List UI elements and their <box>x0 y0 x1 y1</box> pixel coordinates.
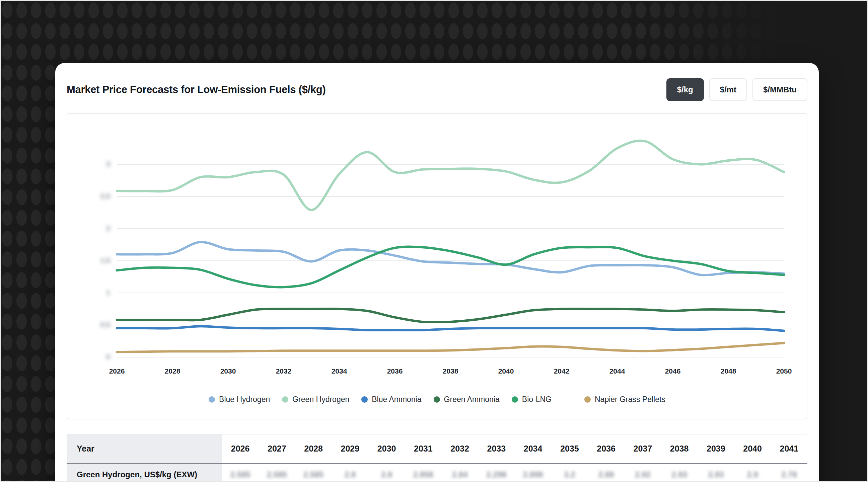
table-row-label: Green Hydrogen, US$/kg (EXW) <box>67 464 222 482</box>
table-header-year-2035: 2035 <box>551 435 588 464</box>
chart-legend: Blue HydrogenGreen HydrogenBlue AmmoniaG… <box>67 395 807 404</box>
table-header-year-2032: 2032 <box>442 435 478 464</box>
legend-color-dot <box>584 396 591 403</box>
y-axis-tick-label: 0.5 <box>87 321 110 329</box>
price-table: Year 20262027202820292030203120322033203… <box>67 434 807 482</box>
x-axis-tick-label: 2046 <box>665 367 681 375</box>
legend-color-dot <box>434 396 440 403</box>
x-axis-tick-label: 2028 <box>165 367 181 375</box>
x-axis-tick-label: 2042 <box>554 367 569 375</box>
unit-toggle-kg[interactable]: $/kg <box>666 78 704 101</box>
series-line-green-hydrogen <box>117 141 784 210</box>
x-axis-tick-label: 2026 <box>109 367 125 375</box>
table-cell-value: 2.93 <box>661 464 698 482</box>
table-cell-value: 2.9 <box>734 464 771 482</box>
legend-label: Green Ammonia <box>444 395 500 404</box>
legend-item-bio-lng[interactable]: Bio-LNG <box>512 395 552 404</box>
table-header-year-2041: 2041 <box>771 435 807 464</box>
y-axis-tick-label: 2.5 <box>87 192 110 200</box>
price-forecast-chart: 2026202820302032203420362038204020422044… <box>67 113 807 419</box>
legend-label: Napier Grass Pellets <box>595 395 665 404</box>
legend-color-dot <box>209 396 215 403</box>
series-line-napier-grass-pellets <box>117 343 784 352</box>
x-axis-tick-label: 2032 <box>276 367 292 375</box>
table-cell-value: 2.585 <box>258 464 295 482</box>
table-header-year-2036: 2036 <box>588 435 624 464</box>
table-cell-value: 2.92 <box>624 464 661 482</box>
page-title: Market Price Forecasts for Low-Emission … <box>67 84 326 96</box>
y-axis-tick-label: 1.5 <box>87 256 110 264</box>
series-line-blue-hydrogen <box>117 242 784 275</box>
x-axis-tick-label: 2048 <box>721 367 736 375</box>
x-axis-tick-label: 2044 <box>610 367 625 375</box>
y-axis-tick-label: 1 <box>87 289 110 296</box>
table-header-year-2038: 2038 <box>661 435 698 464</box>
legend-item-green-hydrogen[interactable]: Green Hydrogen <box>282 395 349 404</box>
x-axis-tick-label: 2034 <box>332 367 347 375</box>
legend-color-dot <box>361 396 368 403</box>
legend-color-dot <box>282 396 288 403</box>
table-header-year-2030: 2030 <box>368 435 405 464</box>
table-cell-value: 3.2 <box>551 464 588 482</box>
series-line-green-ammonia <box>117 309 784 322</box>
y-axis-tick-label: 0 <box>87 353 110 361</box>
table-cell-value: 2.84 <box>442 464 478 482</box>
table-cell-value: 2.585 <box>222 464 258 482</box>
table-header-year: Year <box>67 435 222 464</box>
x-axis-tick-label: 2036 <box>387 367 403 375</box>
table-cell-value: 2.8 <box>332 464 368 482</box>
table-cell-value: 2.78 <box>771 464 807 482</box>
table-header-year-2039: 2039 <box>698 435 734 464</box>
table-cell-value: 2.898 <box>515 464 551 482</box>
y-axis-tick-label: 3 <box>87 160 110 168</box>
legend-color-dot <box>512 396 518 403</box>
legend-item-blue-ammonia[interactable]: Blue Ammonia <box>361 395 421 404</box>
x-axis-tick-label: 2050 <box>776 367 792 375</box>
x-axis-tick-label: 2038 <box>443 367 459 375</box>
legend-label: Blue Ammonia <box>372 395 421 404</box>
table-header-year-2026: 2026 <box>222 435 258 464</box>
x-axis-tick-label: 2030 <box>220 367 236 375</box>
legend-label: Blue Hydrogen <box>219 395 270 404</box>
legend-item-green-ammonia[interactable]: Green Ammonia <box>434 395 500 404</box>
table-header-year-2034: 2034 <box>515 435 551 464</box>
legend-label: Bio-LNG <box>522 395 552 404</box>
table-header-year-2037: 2037 <box>624 435 661 464</box>
table-header-year-2033: 2033 <box>478 435 515 464</box>
legend-item-blue-hydrogen[interactable]: Blue Hydrogen <box>209 395 270 404</box>
table-cell-value: 2.93 <box>698 464 734 482</box>
table-header-year-2031: 2031 <box>405 435 441 464</box>
series-line-bio-lng <box>117 247 784 287</box>
table-cell-value: 2.585 <box>296 464 332 482</box>
table-cell-value: 2.858 <box>405 464 441 482</box>
table-header-year-2027: 2027 <box>258 435 295 464</box>
y-axis-tick-label: 2 <box>87 224 110 232</box>
unit-toggle-mt[interactable]: $/mt <box>709 78 747 101</box>
table-header-year-2040: 2040 <box>734 435 771 464</box>
series-line-blue-ammonia <box>117 326 784 331</box>
chart-svg: 2026202820302032203420362038204020422044… <box>67 114 808 382</box>
table-cell-value: 2.88 <box>588 464 624 482</box>
table-cell-value: 2.8 <box>368 464 405 482</box>
forecast-card: Market Price Forecasts for Low-Emission … <box>55 63 819 482</box>
unit-toggle-mmbtu[interactable]: $/MMBtu <box>752 78 807 101</box>
table-header-year-2028: 2028 <box>296 435 332 464</box>
legend-label: Green Hydrogen <box>292 395 349 404</box>
table-header-year-2029: 2029 <box>332 435 368 464</box>
card-header: Market Price Forecasts for Low-Emission … <box>67 78 807 102</box>
unit-toggle-group: $/kg $/mt $/MMBtu <box>666 78 807 101</box>
table-cell-value: 2.298 <box>478 464 515 482</box>
legend-item-napier-grass-pellets[interactable]: Napier Grass Pellets <box>584 395 665 404</box>
x-axis-tick-label: 2040 <box>498 367 514 375</box>
